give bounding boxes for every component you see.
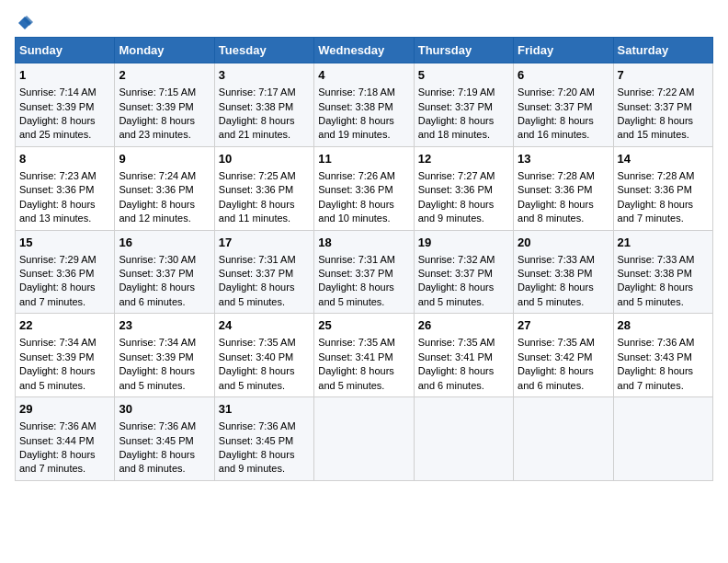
- sunrise-text: Sunrise: 7:35 AM: [418, 337, 495, 348]
- daylight-text: Daylight: 8 hours and 13 minutes.: [19, 199, 96, 224]
- daylight-text: Daylight: 8 hours and 7 minutes.: [19, 449, 96, 474]
- sunrise-text: Sunrise: 7:36 AM: [219, 420, 296, 431]
- sunrise-text: Sunrise: 7:30 AM: [119, 254, 196, 265]
- calendar-cell: 22Sunrise: 7:34 AMSunset: 3:39 PMDayligh…: [16, 314, 115, 397]
- sunset-text: Sunset: 3:37 PM: [219, 268, 293, 279]
- daylight-text: Daylight: 8 hours and 19 minutes.: [318, 115, 394, 140]
- sunrise-text: Sunrise: 7:14 AM: [19, 86, 97, 98]
- daylight-text: Daylight: 8 hours and 5 minutes.: [318, 282, 394, 306]
- calendar-cell: 5Sunrise: 7:19 AMSunset: 3:37 PMDaylight…: [414, 63, 513, 147]
- sunrise-text: Sunrise: 7:36 AM: [119, 420, 196, 431]
- day-number: 20: [518, 235, 609, 251]
- sunrise-text: Sunrise: 7:26 AM: [318, 170, 395, 181]
- day-number: 27: [518, 317, 609, 334]
- daylight-text: Daylight: 8 hours and 5 minutes.: [418, 282, 495, 306]
- sunrise-text: Sunrise: 7:34 AM: [19, 337, 97, 348]
- daylight-text: Daylight: 8 hours and 7 minutes.: [618, 199, 694, 224]
- day-number: 11: [318, 151, 409, 167]
- sunset-text: Sunset: 3:36 PM: [318, 184, 392, 195]
- day-number: 14: [618, 151, 709, 167]
- sunset-text: Sunset: 3:36 PM: [219, 184, 293, 195]
- day-number: 25: [318, 317, 409, 334]
- sunrise-text: Sunrise: 7:29 AM: [19, 254, 97, 265]
- sunrise-text: Sunrise: 7:35 AM: [219, 337, 296, 348]
- sunrise-text: Sunrise: 7:34 AM: [119, 337, 196, 348]
- sunset-text: Sunset: 3:45 PM: [219, 435, 293, 446]
- sunrise-text: Sunrise: 7:32 AM: [418, 254, 495, 265]
- sunrise-text: Sunrise: 7:24 AM: [119, 170, 196, 181]
- calendar-cell: 26Sunrise: 7:35 AMSunset: 3:41 PMDayligh…: [414, 314, 513, 397]
- daylight-text: Daylight: 8 hours and 18 minutes.: [418, 115, 495, 140]
- daylight-text: Daylight: 8 hours and 5 minutes.: [618, 282, 694, 306]
- calendar-cell: 15Sunrise: 7:29 AMSunset: 3:36 PMDayligh…: [16, 230, 115, 314]
- daylight-text: Daylight: 8 hours and 23 minutes.: [119, 115, 195, 140]
- sunrise-text: Sunrise: 7:15 AM: [119, 86, 196, 98]
- calendar-cell: 6Sunrise: 7:20 AMSunset: 3:37 PMDaylight…: [514, 63, 613, 147]
- day-number: 29: [19, 401, 110, 418]
- day-number: 5: [418, 67, 509, 84]
- sunset-text: Sunset: 3:36 PM: [618, 184, 692, 195]
- header-cell-saturday: Saturday: [613, 38, 712, 63]
- sunset-text: Sunset: 3:36 PM: [518, 184, 592, 195]
- calendar-cell: 27Sunrise: 7:35 AMSunset: 3:42 PMDayligh…: [514, 314, 613, 397]
- day-number: 26: [418, 317, 509, 334]
- sunrise-text: Sunrise: 7:33 AM: [518, 254, 595, 265]
- calendar-cell: 28Sunrise: 7:36 AMSunset: 3:43 PMDayligh…: [613, 314, 712, 397]
- sunset-text: Sunset: 3:38 PM: [518, 268, 592, 279]
- day-number: 16: [119, 235, 210, 251]
- day-number: 21: [618, 235, 709, 251]
- calendar-cell: 2Sunrise: 7:15 AMSunset: 3:39 PMDaylight…: [115, 63, 214, 147]
- logo-icon: [17, 15, 33, 31]
- sunrise-text: Sunrise: 7:35 AM: [318, 337, 395, 348]
- calendar-cell: 30Sunrise: 7:36 AMSunset: 3:45 PMDayligh…: [115, 397, 214, 481]
- sunset-text: Sunset: 3:41 PM: [418, 351, 493, 362]
- sunset-text: Sunset: 3:40 PM: [219, 351, 293, 362]
- day-number: 23: [119, 317, 210, 334]
- daylight-text: Daylight: 8 hours and 9 minutes.: [219, 449, 295, 474]
- calendar-cell: 7Sunrise: 7:22 AMSunset: 3:37 PMDaylight…: [613, 63, 712, 147]
- day-number: 19: [418, 235, 509, 251]
- sunrise-text: Sunrise: 7:36 AM: [618, 337, 695, 348]
- sunset-text: Sunset: 3:36 PM: [19, 268, 94, 279]
- daylight-text: Daylight: 8 hours and 6 minutes.: [119, 282, 195, 306]
- sunset-text: Sunset: 3:45 PM: [119, 435, 193, 446]
- sunset-text: Sunset: 3:37 PM: [119, 268, 193, 279]
- sunrise-text: Sunrise: 7:36 AM: [19, 420, 97, 431]
- day-number: 1: [19, 67, 110, 84]
- day-number: 2: [119, 67, 210, 84]
- sunrise-text: Sunrise: 7:28 AM: [518, 170, 595, 181]
- daylight-text: Daylight: 8 hours and 12 minutes.: [119, 199, 195, 224]
- sunset-text: Sunset: 3:37 PM: [418, 268, 493, 279]
- sunset-text: Sunset: 3:36 PM: [19, 184, 94, 195]
- daylight-text: Daylight: 8 hours and 5 minutes.: [119, 365, 195, 390]
- sunset-text: Sunset: 3:43 PM: [618, 351, 692, 362]
- header-cell-thursday: Thursday: [414, 38, 513, 63]
- sunset-text: Sunset: 3:36 PM: [119, 184, 193, 195]
- header-cell-sunday: Sunday: [16, 38, 115, 63]
- week-row-4: 22Sunrise: 7:34 AMSunset: 3:39 PMDayligh…: [16, 314, 713, 397]
- day-number: 30: [119, 401, 210, 418]
- calendar-cell: 10Sunrise: 7:25 AMSunset: 3:36 PMDayligh…: [214, 146, 313, 230]
- sunrise-text: Sunrise: 7:31 AM: [219, 254, 296, 265]
- daylight-text: Daylight: 8 hours and 21 minutes.: [219, 115, 295, 140]
- calendar-table: SundayMondayTuesdayWednesdayThursdayFrid…: [15, 37, 713, 481]
- day-number: 24: [219, 317, 310, 334]
- sunrise-text: Sunrise: 7:35 AM: [518, 337, 595, 348]
- day-number: 9: [119, 151, 210, 167]
- calendar-cell: 18Sunrise: 7:31 AMSunset: 3:37 PMDayligh…: [314, 230, 414, 314]
- day-number: 7: [618, 67, 709, 84]
- sunrise-text: Sunrise: 7:17 AM: [219, 86, 296, 98]
- calendar-cell: 19Sunrise: 7:32 AMSunset: 3:37 PMDayligh…: [414, 230, 513, 314]
- calendar-cell: [613, 397, 712, 481]
- sunset-text: Sunset: 3:39 PM: [19, 351, 94, 362]
- daylight-text: Daylight: 8 hours and 10 minutes.: [318, 199, 394, 224]
- header-cell-monday: Monday: [115, 38, 214, 63]
- sunset-text: Sunset: 3:44 PM: [19, 435, 94, 446]
- sunrise-text: Sunrise: 7:19 AM: [418, 86, 495, 98]
- calendar-cell: 20Sunrise: 7:33 AMSunset: 3:38 PMDayligh…: [514, 230, 613, 314]
- header-cell-friday: Friday: [514, 38, 613, 63]
- sunset-text: Sunset: 3:42 PM: [518, 351, 592, 362]
- sunset-text: Sunset: 3:38 PM: [618, 268, 692, 279]
- sunrise-text: Sunrise: 7:28 AM: [618, 170, 695, 181]
- day-number: 31: [219, 401, 310, 418]
